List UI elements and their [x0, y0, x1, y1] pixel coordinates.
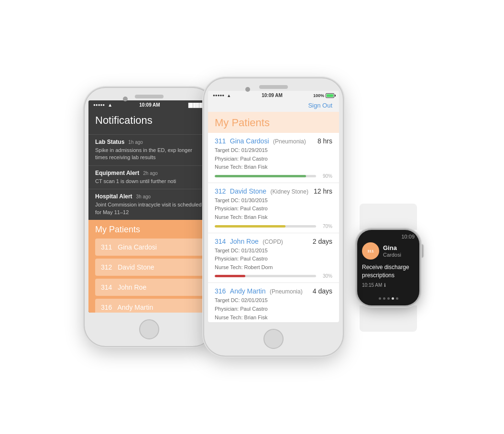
phone1-patient-3[interactable]: 316 Andy Martin: [95, 299, 203, 313]
patient-card-311[interactable]: 311 Gina Cardosi (Pneumonia) 8 hrs Targe…: [208, 133, 339, 183]
phone-patients-detail: ●●●●● ▲ 10:09 AM 100% Sign Out My Patien…: [204, 78, 343, 356]
patient-312-name: David Stone: [230, 187, 266, 195]
patient-311-name: Gina Cardosi: [230, 137, 269, 145]
phone2-time: 10:09 AM: [262, 93, 283, 98]
phone2-signal: ●●●●● ▲: [213, 93, 231, 98]
patient-316-number: 316: [215, 287, 226, 295]
phone1-patient-2-number: 314: [101, 283, 112, 291]
scene: ●●●●● ▲ 10:09 AM ▐█████ Notifications La…: [85, 78, 419, 356]
phone1-patient-0-number: 311: [101, 243, 112, 251]
phone-camera: [123, 97, 128, 101]
notifications-title: Notifications: [95, 114, 203, 127]
signal-dots: ●●●●● ▲: [93, 102, 112, 108]
phone1-time: 10:09 AM: [139, 102, 160, 108]
patient-316-name: Andy Martin: [230, 287, 266, 295]
watch-dot-1: [383, 297, 385, 300]
phone1-patient-0[interactable]: 311 Gina Cardosi: [95, 239, 203, 256]
patients-header-bar: Sign Out: [208, 100, 339, 112]
watch-time: 10:09: [362, 234, 415, 239]
patient-316-details: Target DC: 02/01/2015 Physician: Paul Ca…: [215, 296, 332, 322]
status-bar-phone2: ●●●●● ▲ 10:09 AM 100%: [208, 91, 339, 100]
phone1-patient-1[interactable]: 312 David Stone: [95, 259, 203, 276]
patient-312-number: 312: [215, 187, 226, 195]
notif-hospital-time: 3h ago: [136, 194, 151, 199]
phone1-patient-3-number: 316: [101, 304, 112, 311]
patient-311-progress: 90%: [215, 174, 332, 179]
watch-info-icon: ℹ: [384, 282, 386, 288]
watch-dot-3: [392, 297, 394, 300]
progress-fill-314: [215, 275, 245, 277]
watch-patient-last: Cardosi: [383, 252, 401, 258]
watch-band-top: [360, 204, 417, 230]
watch-patient-row: 311 Gina Cardosi: [362, 242, 415, 260]
phone1-patient-1-name: David Stone: [118, 263, 154, 271]
progress-fill-312: [215, 225, 285, 228]
watch-patient-first: Gina: [383, 244, 401, 252]
notif-item-hospital: Hospital Alert 3h ago Joint Commission i…: [88, 189, 210, 220]
progress-label-312: 70%: [319, 224, 332, 229]
patient-card-316[interactable]: 316 Andy Martin (Pneumonia) 4 days Targe…: [208, 283, 339, 322]
patient-314-condition: (COPD): [263, 239, 283, 245]
patient-314-number: 314: [215, 238, 226, 245]
watch-timestamp-row: 10:15 AM ℹ: [362, 282, 415, 288]
notif-equipment-time: 2h ago: [143, 171, 158, 176]
apple-watch: 10:09 311 Gina Cardosi Receive discharge…: [357, 230, 419, 305]
patient-312-condition: (Kidney Stone): [271, 188, 308, 195]
watch-timestamp: 10:15 AM: [362, 282, 382, 288]
phone1-patient-2-name: John Roe: [118, 283, 146, 291]
patient-314-name: John Roe: [230, 238, 259, 245]
patient-card-314[interactable]: 314 John Roe (COPD) 2 days Target DC: 01…: [208, 233, 339, 283]
phone2-home-button[interactable]: [263, 329, 284, 349]
watch-dot-2: [387, 297, 390, 300]
phone1-patient-1-number: 312: [101, 263, 112, 271]
notif-hospital-title: Hospital Alert: [95, 193, 132, 200]
phone1-patient-2[interactable]: 314 John Roe: [95, 279, 203, 296]
patient-316-condition: (Pneumonia): [270, 288, 303, 295]
patient-312-details: Target DC: 01/30/2015 Physician: Paul Ca…: [215, 196, 332, 222]
notif-equipment-body: CT scan 1 is down until further noti: [95, 178, 203, 185]
battery-area: ▐█████: [187, 103, 205, 108]
patient-311-details: Target DC: 01/29/2015 Physician: Paul Ca…: [215, 146, 332, 172]
watch-crown: [419, 244, 423, 258]
sign-out-button[interactable]: Sign Out: [308, 102, 332, 109]
watch-body: 10:09 311 Gina Cardosi Receive discharge…: [357, 230, 419, 305]
phone1-home-button[interactable]: [139, 319, 159, 339]
watch-avatar: 311: [362, 242, 379, 260]
patient-312-hours: 12 hrs: [314, 187, 332, 195]
apple-watch-wrapper: 10:09 311 Gina Cardosi Receive discharge…: [357, 204, 419, 332]
patient-312-progress: 70%: [215, 224, 332, 229]
phone2-camera: [245, 87, 250, 92]
patient-314-hours: 2 days: [313, 238, 332, 245]
phone-speaker: [135, 95, 164, 98]
phone1-patients-title: My Patients: [95, 225, 203, 235]
progress-label-314: 30%: [319, 273, 332, 279]
phone1-patient-0-name: Gina Cardosi: [118, 243, 157, 251]
patient-314-progress: 30%: [215, 273, 332, 279]
phone1-my-patients: My Patients 311 Gina Cardosi 312 David S…: [88, 220, 210, 313]
status-bar-phone1: ●●●●● ▲ 10:09 AM ▐█████: [88, 100, 210, 109]
notif-lab-time: 1h ago: [128, 140, 143, 145]
phone2-speaker: [259, 85, 288, 89]
watch-patient-info: Gina Cardosi: [383, 244, 401, 258]
notif-item-equipment: Equipment Alert 2h ago CT scan 1 is down…: [88, 165, 210, 189]
patient-316-hours: 4 days: [313, 287, 332, 295]
notif-hospital-body: Joint Commission intracycle visit is sch…: [95, 201, 203, 216]
phone1-screen: ●●●●● ▲ 10:09 AM ▐█████ Notifications La…: [88, 100, 210, 313]
patient-311-condition: (Pneumonia): [273, 138, 306, 145]
patients-section-header: My Patients: [208, 112, 339, 133]
watch-screen: 10:09 311 Gina Cardosi Receive discharge…: [357, 230, 419, 305]
watch-page-dots: [362, 297, 415, 302]
patient-card-312[interactable]: 312 David Stone (Kidney Stone) 12 hrs Ta…: [208, 183, 339, 233]
phone-notifications: ●●●●● ▲ 10:09 AM ▐█████ Notifications La…: [85, 88, 214, 346]
watch-message: Receive discharge prescriptions: [362, 263, 415, 280]
patient-311-hours: 8 hrs: [318, 137, 332, 145]
notif-equipment-title: Equipment Alert: [95, 170, 139, 176]
patient-311-number: 311: [215, 137, 226, 145]
patient-314-details: Target DC: 01/31/2015 Physician: Paul Ca…: [215, 247, 332, 272]
notif-lab-body: Spike in admissions in the ED, exp longe…: [95, 147, 203, 162]
progress-fill-311: [215, 175, 306, 177]
phone1-patient-3-name: Andy Martin: [117, 304, 153, 311]
watch-band-bottom: [360, 305, 417, 332]
notifications-header: Notifications: [88, 109, 210, 134]
phone2-battery: 100%: [313, 93, 334, 98]
